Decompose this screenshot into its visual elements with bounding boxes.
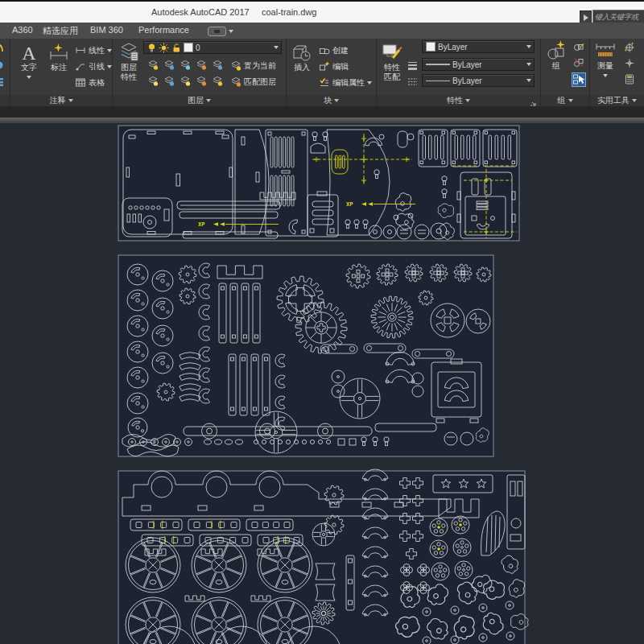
clipped-icon-3 bbox=[0, 76, 8, 87]
linetype-icon[interactable] bbox=[407, 76, 419, 87]
block-panel-caret-icon bbox=[334, 99, 339, 102]
match-layer-icon bbox=[230, 76, 242, 88]
quick-calc-icon[interactable] bbox=[624, 73, 635, 85]
properties-panel-label[interactable]: 特性 bbox=[377, 95, 540, 106]
layer-on-button[interactable] bbox=[147, 76, 159, 87]
leader-label: 引线 bbox=[89, 61, 105, 72]
layer-thaw-button[interactable] bbox=[180, 76, 191, 87]
layer-isolate-button[interactable] bbox=[163, 60, 175, 71]
match-props-label-2: 匹配 bbox=[384, 72, 400, 81]
edit-block-button[interactable]: 编辑 bbox=[319, 61, 349, 72]
badge-caret-icon[interactable] bbox=[229, 30, 233, 33]
layer-walk-button[interactable] bbox=[212, 60, 223, 71]
leader-button[interactable]: 引线 bbox=[75, 61, 112, 72]
linetype-dropdown-caret-icon bbox=[526, 79, 531, 82]
object-color-swatch bbox=[426, 42, 436, 52]
match-layer-button[interactable]: 匹配图层 bbox=[230, 76, 276, 88]
layers-panel-caret-icon bbox=[206, 99, 211, 102]
measure-icon bbox=[595, 40, 616, 61]
bulb-icon bbox=[147, 43, 156, 53]
layer-select-dropdown[interactable]: 0 bbox=[143, 41, 282, 54]
panel-clipped-left bbox=[0, 39, 10, 106]
layers-icon bbox=[118, 42, 139, 63]
group-edit-icon[interactable] bbox=[573, 40, 584, 52]
match-properties-icon bbox=[382, 42, 402, 63]
match-layer-label: 匹配图层 bbox=[244, 76, 276, 88]
lineweight-dropdown[interactable]: ByLayer bbox=[422, 58, 535, 71]
set-current-label: 置为当前 bbox=[244, 60, 276, 72]
dialog-launcher-icon[interactable] bbox=[530, 97, 538, 105]
match-properties-button[interactable]: 特性 匹配 bbox=[378, 42, 406, 82]
linear-label: 线性 bbox=[89, 45, 105, 56]
utilities-panel-label[interactable]: 实用工具 bbox=[590, 95, 644, 106]
ungroup-icon[interactable] bbox=[573, 56, 584, 68]
match-props-label-1: 特性 bbox=[384, 63, 400, 72]
group-icon bbox=[546, 40, 567, 61]
lineweight-icon[interactable] bbox=[407, 60, 419, 71]
ribbon: A 文字 标注 线性 引线 表格 注释 图层 特性 bbox=[0, 39, 644, 106]
leader-icon bbox=[75, 61, 86, 72]
canvas-top-strip bbox=[0, 118, 644, 123]
table-button[interactable]: 表格 bbox=[75, 77, 105, 89]
layer-freeze-button[interactable] bbox=[180, 60, 191, 71]
tab-a360[interactable]: A360 bbox=[12, 25, 33, 35]
insert-block-button[interactable]: 插入 bbox=[289, 42, 315, 72]
measure-button[interactable]: 测量 bbox=[592, 40, 619, 80]
tab-bim360[interactable]: BIM 360 bbox=[90, 25, 123, 35]
layer-lock-button[interactable] bbox=[196, 60, 207, 71]
edit-attributes-label: 编辑属性 bbox=[332, 77, 365, 89]
panel-block: 插入 创建 编辑 编辑属性 块 bbox=[287, 39, 377, 106]
linetype-dropdown[interactable]: ByLayer bbox=[422, 74, 535, 87]
current-layer-value: 0 bbox=[196, 43, 200, 52]
lineweight-swatch bbox=[426, 64, 450, 65]
lineweight-dropdown-caret-icon bbox=[526, 63, 531, 66]
unlock-icon bbox=[171, 43, 181, 53]
layer-off-button[interactable] bbox=[147, 60, 159, 71]
create-block-icon bbox=[319, 45, 330, 56]
layer-merge-button[interactable] bbox=[212, 76, 223, 87]
color-wheel-icon[interactable] bbox=[407, 42, 419, 53]
create-block-button[interactable]: 创建 bbox=[319, 45, 349, 56]
linear-caret-icon bbox=[107, 49, 112, 52]
layer-unlock-button[interactable] bbox=[196, 76, 207, 87]
lineweight-value: ByLayer bbox=[452, 60, 482, 69]
panel-properties: 特性 匹配 ByLayer ByLayer ByLayer 特性 bbox=[377, 39, 541, 106]
color-dropdown-caret-icon bbox=[526, 45, 531, 48]
group-panel-label[interactable]: 组 bbox=[541, 95, 589, 106]
edit-attributes-icon bbox=[319, 77, 330, 89]
layer-unisolate-button[interactable] bbox=[163, 76, 175, 87]
group-selection-toggle[interactable] bbox=[572, 72, 586, 87]
id-point-icon[interactable] bbox=[624, 57, 635, 68]
dimension-label: 标注 bbox=[51, 63, 67, 72]
linetype-value: ByLayer bbox=[452, 76, 482, 85]
tab-performance[interactable]: Performance bbox=[138, 25, 189, 35]
edit-attributes-caret-icon bbox=[367, 81, 372, 85]
app-title: Autodesk AutoCAD 2017 bbox=[151, 7, 250, 17]
layers-panel-label[interactable]: 图层 bbox=[113, 95, 286, 106]
text-tool-label: 文字 bbox=[21, 63, 37, 72]
linear-icon bbox=[75, 45, 86, 56]
layer-prop-label-1: 图层 bbox=[121, 63, 137, 72]
ribbon-tab-bar: A360 精选应用 BIM 360 Performance bbox=[0, 23, 644, 39]
group-button[interactable]: 组 bbox=[543, 40, 570, 71]
point-style-icon[interactable] bbox=[624, 41, 635, 52]
text-tool-button[interactable]: A 文字 bbox=[15, 42, 43, 82]
ribbon-bottom-belt bbox=[0, 106, 644, 118]
camera-badge-icon[interactable] bbox=[208, 27, 226, 36]
panel-utilities: 测量 实用工具 bbox=[590, 39, 644, 106]
object-color-dropdown[interactable]: ByLayer bbox=[422, 40, 535, 53]
insert-label: 插入 bbox=[294, 63, 310, 72]
layer-properties-button[interactable]: 图层 特性 bbox=[114, 42, 143, 82]
dimension-button[interactable]: 标注 bbox=[44, 42, 73, 72]
svg-text:A: A bbox=[22, 43, 36, 63]
tab-featured-apps[interactable]: 精选应用 bbox=[43, 25, 78, 37]
measure-caret-icon bbox=[603, 74, 608, 77]
drawing-canvas[interactable]: XPXP bbox=[0, 123, 644, 644]
edit-attributes-button[interactable]: 编辑属性 bbox=[319, 77, 372, 89]
annotate-panel-label[interactable]: 注释 bbox=[10, 95, 112, 106]
text-caret-icon bbox=[27, 76, 31, 79]
block-panel-label[interactable]: 块 bbox=[287, 95, 376, 106]
set-current-button[interactable]: 置为当前 bbox=[230, 60, 276, 72]
linear-button[interactable]: 线性 bbox=[75, 45, 112, 56]
linetype-swatch bbox=[426, 80, 450, 81]
